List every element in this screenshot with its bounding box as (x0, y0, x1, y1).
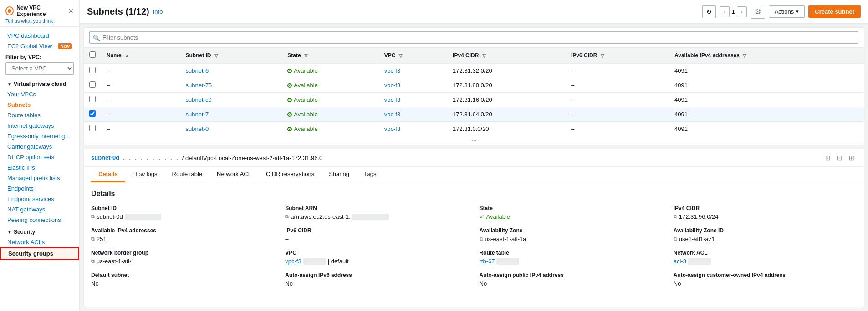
network-acl-link[interactable]: acl-3 (674, 258, 686, 265)
vpc-link[interactable]: vpc-f3 (285, 258, 301, 265)
view-split-icon[interactable]: ⊡ (823, 153, 833, 163)
select-all-checkbox[interactable] (89, 51, 96, 58)
table-row[interactable]: – subnet-0 Available vpc-f3 172.31.0.0/2… (84, 122, 864, 136)
subnet-id-link[interactable]: subnet-75 (186, 82, 212, 89)
subnet-id-link[interactable]: subnet-c0 (186, 96, 212, 103)
copy-az-icon[interactable]: ⧉ (480, 236, 483, 242)
row-available-ipv4: 4091 (669, 78, 864, 93)
ipv6-sort-icon[interactable]: ▽ (601, 53, 604, 58)
sidebar-item-route-tables[interactable]: Route tables (0, 110, 79, 120)
row-subnet-id: subnet-0 (180, 122, 282, 136)
row-subnet-id: subnet-7 (180, 107, 282, 122)
table-container[interactable]: Name ▲ Subnet ID ▽ State ▽ VPC (84, 48, 864, 136)
row-available-ipv4: 4091 (669, 122, 864, 136)
status-icon (287, 69, 292, 73)
tab-flow-logs[interactable]: Flow logs (125, 167, 165, 182)
sidebar-item-subnets[interactable]: Subnets (0, 100, 79, 110)
sidebar-item-network-acls[interactable]: Network ACLs (0, 237, 79, 247)
sidebar-item-ec2-global-view[interactable]: EC2 Global View (7, 43, 55, 50)
sidebar-item-security-groups[interactable]: Security groups (0, 247, 79, 260)
vpc-link[interactable]: vpc-f3 (384, 96, 400, 103)
tab-cidr-reservations[interactable]: CIDR reservations (259, 167, 322, 182)
tab-network-acl[interactable]: Network ACL (209, 167, 259, 182)
route-table-link[interactable]: rtb-67 (480, 258, 495, 265)
prev-page-button[interactable]: ‹ (720, 6, 730, 17)
vpc-link[interactable]: vpc-f3 (384, 111, 400, 118)
tab-sharing[interactable]: Sharing (322, 167, 357, 182)
row-checkbox[interactable] (89, 96, 96, 102)
search-input[interactable] (89, 31, 858, 44)
sidebar-item-your-vpcs[interactable]: Your VPCs (0, 89, 79, 100)
copy-nbg-icon[interactable]: ⧉ (91, 258, 95, 264)
sidebar-item-managed-prefix[interactable]: Managed prefix lists (0, 173, 79, 183)
detail-body: Details Subnet ID ⧉ subnet-0d Subnet ARN… (84, 182, 864, 294)
ipv4-sort-icon[interactable]: ▽ (482, 53, 486, 58)
tab-tags[interactable]: Tags (357, 167, 383, 182)
settings-button[interactable]: ⚙ (751, 5, 765, 19)
subnet-id-link[interactable]: subnet-7 (186, 111, 209, 118)
subnet-id-link[interactable]: subnet-0d (91, 154, 119, 161)
status-icon (287, 98, 292, 102)
sidebar-item-elastic-ips[interactable]: Elastic IPs (0, 162, 79, 173)
sidebar-item-peering-connections[interactable]: Peering connections (0, 215, 79, 225)
detail-subnet-id: subnet-0d ﹒﹒﹒﹒﹒﹒﹒﹒﹒﹒ (91, 154, 180, 162)
refresh-button[interactable]: ↻ (702, 5, 716, 18)
copy-arn-icon[interactable]: ⧉ (285, 214, 289, 220)
name-sort-icon[interactable]: ▲ (125, 53, 129, 58)
copy-az-id-icon[interactable]: ⧉ (674, 236, 677, 242)
resize-handle[interactable]: ⋯ (84, 136, 864, 145)
actions-button[interactable]: Actions ▾ (769, 5, 805, 18)
row-checkbox[interactable] (89, 81, 96, 88)
vpc-link[interactable]: vpc-f3 (384, 67, 400, 74)
subnet-id-link[interactable]: subnet-6 (186, 67, 209, 74)
auto-assign-ipv6-value: No (285, 280, 468, 287)
row-checkbox[interactable] (89, 125, 96, 131)
tab-route-table[interactable]: Route table (165, 167, 210, 182)
row-vpc: vpc-f3 (379, 93, 447, 107)
col-header-vpc: VPC ▽ (379, 48, 447, 63)
tell-us-link[interactable]: Tell us what you think (5, 18, 74, 24)
sidebar-item-carrier-gateways[interactable]: Carrier gateways (0, 141, 79, 152)
search-icon: 🔍 (93, 34, 100, 41)
subnet-sort-icon[interactable]: ▽ (214, 53, 218, 58)
view-table-icon[interactable]: ⊟ (835, 153, 845, 163)
row-checkbox[interactable] (89, 110, 96, 117)
state-sort-icon[interactable]: ▽ (304, 53, 308, 58)
close-button[interactable]: ✕ (68, 7, 74, 15)
vpc-link[interactable]: vpc-f3 (384, 125, 400, 132)
view-icons: ⊡ ⊟ ⊞ (823, 153, 857, 163)
avail-sort-icon[interactable]: ▽ (743, 53, 746, 58)
copy-subnet-id-icon[interactable]: ⧉ (91, 214, 95, 220)
sidebar-item-egress-only[interactable]: Egress-only internet gateways (0, 131, 79, 141)
next-page-button[interactable]: › (737, 6, 747, 17)
copy-avail-icon[interactable]: ⧉ (91, 236, 95, 242)
tab-details[interactable]: Details (91, 167, 125, 182)
field-default-subnet: Default subnet No (91, 272, 274, 287)
vpc-sort-icon[interactable]: ▽ (399, 53, 403, 58)
copy-ipv4-icon[interactable]: ⧉ (674, 214, 677, 220)
sidebar-item-internet-gateways[interactable]: Internet gateways (0, 120, 79, 131)
table-row[interactable]: – subnet-7 Available vpc-f3 172.31.64.0/… (84, 107, 864, 122)
sidebar-item-dhcp-option-sets[interactable]: DHCP option sets (0, 152, 79, 162)
sidebar-item-endpoints[interactable]: Endpoints (0, 183, 79, 194)
vpc-link[interactable]: vpc-f3 (384, 82, 400, 89)
status-icon (287, 127, 292, 131)
row-checkbox[interactable] (89, 67, 96, 73)
route-table-label: Route table (480, 250, 663, 256)
create-subnet-button[interactable]: Create subnet (808, 5, 861, 18)
view-expand-icon[interactable]: ⊞ (847, 153, 857, 163)
sidebar-item-nat-gateways[interactable]: NAT gateways (0, 204, 79, 215)
availability-zone-id-value: ⧉ use1-atl1-az1 (674, 236, 857, 242)
subnet-id-link[interactable]: subnet-0 (186, 125, 209, 132)
state-value: ✓ Available (480, 213, 663, 220)
field-auto-assign-public: Auto-assign public IPv4 address No (480, 272, 663, 287)
vpc-select[interactable]: Select a VPC (5, 62, 74, 75)
row-state: Available (282, 122, 378, 136)
collapse-arrow-security-icon: ▼ (7, 230, 12, 235)
info-link[interactable]: Info (153, 8, 163, 15)
sidebar-item-vpc-dashboard[interactable]: VPC dashboard (0, 30, 79, 41)
table-row[interactable]: – subnet-c0 Available vpc-f3 172.31.16.0… (84, 93, 864, 107)
table-row[interactable]: – subnet-75 Available vpc-f3 172.31.80.0… (84, 78, 864, 93)
sidebar-item-endpoint-services[interactable]: Endpoint services (0, 194, 79, 204)
table-row[interactable]: – subnet-6 Available vpc-f3 172.31.32.0/… (84, 63, 864, 78)
